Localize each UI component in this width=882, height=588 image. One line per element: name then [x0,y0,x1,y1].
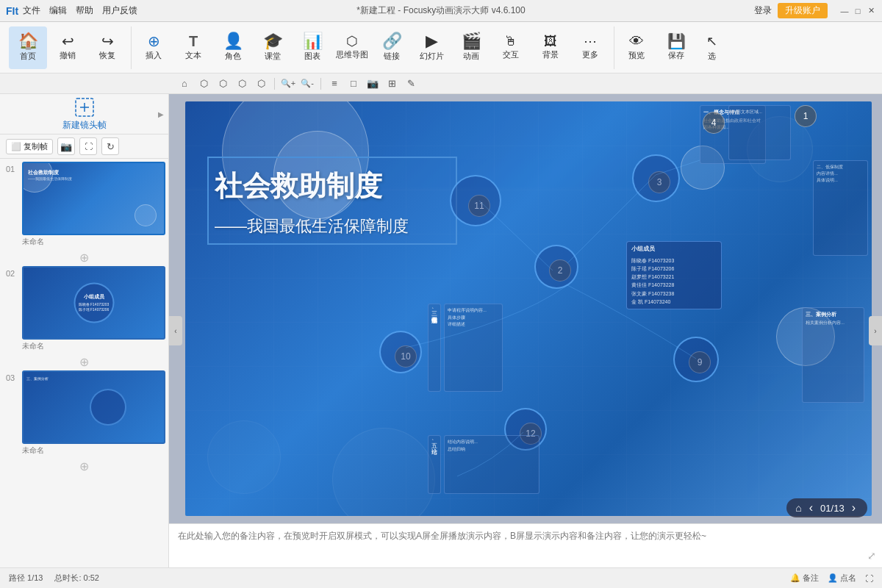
collapse-right-button[interactable]: › [869,316,882,345]
slide-thumb-2[interactable]: 小组成员 陈晓春 F14073203陈子瑶 F14073206 [22,266,165,340]
restore-button[interactable]: □ [853,6,863,16]
slide-add-2[interactable]: ⊕ [3,354,165,369]
canvas-hex3-btn[interactable]: ⬡ [234,76,250,92]
canvas-home-btn[interactable]: ⌂ [176,76,193,92]
fit-button[interactable]: ⛶ [865,574,873,583]
points-label: 点名 [840,573,856,584]
canvas-hex2-btn[interactable]: ⬡ [215,76,231,92]
node-circle-10 [379,331,422,373]
menu-edit[interactable]: 编辑 [49,4,67,17]
frame-btn[interactable]: □ [345,76,362,92]
toolbar-link[interactable]: 🔗 链接 [373,26,411,69]
toolbar-group-nav: 🏠 首页 ↩ 撤销 ↪ 恢复 [6,26,129,69]
window-controls: — □ ✕ [839,6,876,16]
notes-area: ⤢ [169,523,882,567]
toolbar-redo-label: 恢复 [99,50,115,61]
slide-thumb-1[interactable]: 社会救助制度 ——我国最低生活保障制度 [22,162,165,235]
minimize-button[interactable]: — [839,6,850,16]
node-circle-9 [673,337,719,382]
notes-button[interactable]: 🔔 备注 [790,573,819,584]
copy-frame-button[interactable]: ⬜ 复制帧 [6,139,53,154]
toolbar-slideshow[interactable]: ▶ 幻灯片 [412,26,451,69]
content-box-4[interactable]: 内容文本区域... [728,105,791,160]
conclusion-detail[interactable]: 结论内容说明...总结归纳 [444,435,539,494]
fit-frame-button[interactable]: ⛶ [79,137,97,155]
toolbar-bg[interactable]: 🖼 背景 [531,26,570,69]
app-logo: FIt [6,5,18,17]
toolbar-select-label: 选 [708,51,716,62]
conclusion-area: 五、结论 结论内容说明...总结归纳 [428,435,539,494]
preview-icon: 👁 [629,34,644,49]
toolbar-more-label: 更多 [582,49,598,60]
new-frame-button[interactable]: 新建镜头帧 ▶ [0,94,168,135]
menu-bar: 文件 编辑 帮助 用户反馈 [23,4,137,17]
canvas-hex4-btn[interactable]: ⬡ [253,76,269,92]
toolbar-undo[interactable]: ↩ 撤销 [49,26,87,69]
vertical-detail-box[interactable]: 申请程序说明内容...具体步骤详细描述 [444,304,503,392]
canvas-nav: ⌂ ‹ 01/13 › [786,498,867,517]
notes-expand-button[interactable]: ⤢ [867,550,876,562]
nav-home-button[interactable]: ⌂ [795,502,801,514]
camera-btn[interactable]: 📷 [365,76,381,92]
camera-frame-button[interactable]: 📷 [57,137,75,155]
close-button[interactable]: ✕ [866,6,876,16]
canvas-hex1-btn[interactable]: ⬡ [196,76,212,92]
toolbar-select[interactable]: ↖ 选 [697,26,726,69]
content-box-right[interactable]: 二、低保制度内容详情...具体说明... [813,160,868,256]
redo-icon: ↪ [101,34,114,49]
sidebar-collapse-arrow: ▶ [158,110,164,118]
toolbar-bg-label: 背景 [542,49,559,60]
vertical-text-box: 三、低保制度申请程序 [428,304,441,392]
toolbar-class[interactable]: 🎓 课堂 [254,26,292,69]
canvas-icon-toolbar: ⌂ ⬡ ⬡ ⬡ ⬡ 🔍+ 🔍- ≡ □ 📷 ⊞ ✎ [0,74,882,94]
toolbar-redo[interactable]: ↪ 恢复 [88,26,126,69]
upgrade-button[interactable]: 升级账户 [778,3,828,18]
slide-add-1[interactable]: ⊕ [3,250,165,265]
toolbar-text[interactable]: T 文本 [174,26,212,69]
toolbar-home[interactable]: 🏠 首页 [9,26,47,69]
slide-item-3[interactable]: 03 三、案例分析 [3,370,165,444]
node-1[interactable]: 1 [795,105,817,127]
sidebar: 新建镜头帧 ▶ ⬜ 复制帧 📷 ⛶ ↻ 01 [0,94,169,567]
toolbar-save[interactable]: 💾 保存 [657,26,695,69]
slide-list: 01 社会救助制度 ——我国最低生活保障制度 未命名 ⊕ 02 [0,159,168,567]
anim-icon: 🎬 [462,33,481,49]
points-button[interactable]: 👤 点名 [828,573,856,584]
toolbar-role[interactable]: 👤 角色 [214,26,252,69]
notes-input[interactable] [169,524,882,567]
slide-add-3[interactable]: ⊕ [3,459,165,473]
toolbar-preview[interactable]: 👁 预览 [617,26,656,69]
notes-icon: 🔔 [790,573,800,583]
edit-btn[interactable]: ✎ [403,76,419,92]
node-4[interactable]: 4 [703,112,725,134]
zoom-out-btn[interactable]: 🔍- [299,76,315,92]
toolbar-mindmap[interactable]: ⬡ 思维导图 [333,26,371,69]
grid-btn[interactable]: ⊞ [384,76,400,92]
login-button[interactable]: 登录 [754,4,772,17]
main-canvas[interactable]: 社会救助制度 ——我国最低生活保障制度 11 3 一、概念与特点 社会救助是指由… [169,94,882,523]
toolbar-insert[interactable]: ⊕ 插入 [135,26,173,69]
toolbar-interact[interactable]: 🖱 交互 [492,26,530,69]
toolbar-undo-label: 撤销 [60,50,76,61]
conclusion-vertical: 五、结论 [428,435,441,494]
slide-sub-title: ——我国最低生活保障制度 [215,215,409,237]
vertical-content-area: 三、低保制度申请程序 申请程序说明内容...具体步骤详细描述 [428,304,503,392]
node-circle-2 [534,245,578,289]
slide-item-1[interactable]: 01 社会救助制度 ——我国最低生活保障制度 [3,162,165,235]
menu-help[interactable]: 帮助 [76,4,93,17]
toolbar-anim[interactable]: 🎬 动画 [452,26,490,69]
nav-next-button[interactable]: › [849,501,858,514]
slide-thumb-3[interactable]: 三、案例分析 [22,370,165,444]
zoom-in-btn[interactable]: 🔍+ [280,76,296,92]
mindmap-icon: ⬡ [346,35,358,48]
case-analysis-box[interactable]: 三、案例分析 相关案例分析内容... [802,307,864,403]
toolbar-more[interactable]: ⋯ 更多 [571,26,609,69]
collapse-sidebar-button[interactable]: ‹ [169,316,182,345]
sync-frame-button[interactable]: ↻ [101,137,119,155]
align-btn[interactable]: ≡ [326,76,343,92]
nav-prev-button[interactable]: ‹ [806,501,816,514]
menu-feedback[interactable]: 用户反馈 [102,4,137,17]
toolbar-chart[interactable]: 📊 图表 [293,26,331,69]
menu-file[interactable]: 文件 [23,4,40,17]
slide-item-2[interactable]: 02 小组成员 陈晓春 F14073203陈子瑶 F14073206 [3,266,165,340]
